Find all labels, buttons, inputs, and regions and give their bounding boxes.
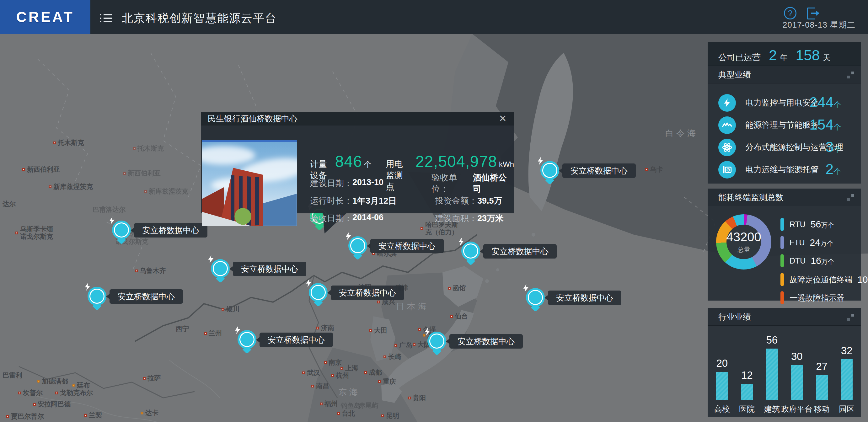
marker-label[interactable]: 安立桥数据中心 — [259, 332, 333, 347]
typical-item[interactable]: 电力监控与用电安全 244个 — [708, 92, 861, 114]
city-name: 新西伯利亚 — [27, 165, 60, 174]
marker-pin-icon[interactable] — [309, 283, 328, 302]
city-name: 武汉 — [307, 368, 320, 377]
marker-label[interactable]: 安立桥数据中心 — [370, 239, 444, 253]
stat-unit: kWh — [499, 160, 514, 169]
legend-label: FTU — [789, 238, 805, 247]
marker-label[interactable]: 安立桥数据中心 — [233, 262, 306, 276]
marker-pin-icon[interactable] — [540, 161, 559, 180]
ops-icon: ⚙ — [718, 161, 736, 178]
city-dot — [135, 269, 138, 272]
logout-icon[interactable] — [807, 7, 820, 20]
marker-pin-icon[interactable] — [427, 332, 446, 351]
marker-label[interactable]: 安立桥数据中心 — [483, 244, 557, 259]
city-label: 乌卡 — [645, 165, 663, 174]
city-dot — [645, 168, 648, 171]
marker-label[interactable]: 安立桥数据中心 — [450, 334, 523, 349]
city-dot — [369, 329, 372, 332]
expand-icon[interactable] — [847, 194, 854, 201]
city-name: 杭州 — [336, 371, 349, 380]
marker-label[interactable]: 安立桥数据中心 — [110, 289, 183, 304]
city-dot — [6, 415, 9, 418]
typical-item[interactable]: 能源管理与节能服务 154个 — [708, 114, 861, 136]
marker-pin-icon[interactable] — [112, 221, 131, 239]
logo: CREAT — [0, 0, 90, 34]
city-dot — [421, 227, 423, 230]
city-dot — [123, 172, 126, 175]
marker-pin-icon[interactable] — [211, 259, 230, 278]
building-photo — [202, 140, 297, 226]
city-name: 巴甫洛达尔 — [93, 205, 126, 214]
close-icon[interactable]: ✕ — [496, 112, 509, 125]
atom-icon — [718, 139, 736, 156]
menu-icon[interactable] — [100, 12, 112, 23]
city-label: 长崎 — [383, 352, 401, 361]
bar[interactable] — [841, 359, 852, 400]
legend-row: DTU 16万个 — [780, 254, 834, 268]
industry-header: 行业业绩 — [708, 308, 861, 326]
marker-label[interactable]: 安立桥数据中心 — [548, 291, 621, 305]
city-name: 贵阳 — [413, 393, 426, 402]
city-dot — [18, 392, 21, 394]
expand-icon[interactable] — [847, 71, 854, 78]
typical-title: 典型业绩 — [718, 70, 751, 79]
info-pair: 投资金额： 39.5万 — [435, 195, 502, 206]
city-label: 托木斯克 — [53, 138, 84, 147]
bar-value: 27 — [816, 360, 828, 372]
city-dot — [49, 186, 52, 188]
city-dot — [395, 344, 397, 347]
help-icon[interactable]: ? — [784, 7, 797, 20]
typical-item[interactable]: 分布式能源控制与运营管理 3个 — [708, 136, 861, 158]
info-pair: 验收日期： 2014-06 — [310, 213, 435, 224]
marker-pin-icon[interactable] — [461, 241, 480, 260]
bar-value: 20 — [716, 357, 728, 369]
city-dot — [22, 168, 25, 171]
typical-item-label: 电力监控与用电安全 — [745, 97, 819, 108]
city-name: 福州 — [324, 399, 338, 408]
header-date: 2017-08-13 星期二 — [783, 20, 856, 30]
expand-icon[interactable] — [847, 314, 854, 321]
bar[interactable] — [791, 365, 803, 400]
marker-pin-icon[interactable] — [348, 236, 367, 255]
city-dot — [383, 356, 386, 358]
marker-pin-icon[interactable] — [88, 287, 106, 305]
operating-years: 2 — [769, 47, 777, 64]
panel-industry: 行业业绩 20 高校 12 医院 56 建筑 30 政府平台 27 移动 32 … — [708, 308, 861, 417]
bar[interactable] — [766, 349, 778, 400]
info-pair: 运行时长： 1年3月12日 — [310, 195, 435, 206]
marker-label[interactable]: 安立桥数据中心 — [134, 223, 208, 237]
city-name: 乌鲁木齐 — [140, 266, 166, 275]
typical-item[interactable]: ⚙ 电力运维与能源托管 2个 — [708, 158, 861, 181]
rivers — [25, 360, 220, 422]
city-name: 托木斯克 — [58, 138, 84, 147]
bar[interactable] — [741, 384, 753, 400]
popup-body: 计量设备 846 个用电监测点 22,504,978 kWh 建设日期： 201… — [201, 126, 514, 213]
city-dot — [37, 380, 40, 383]
bar-column: 27 移动 — [809, 329, 834, 400]
city-dot — [448, 287, 451, 290]
city-label: 台北 — [337, 409, 355, 418]
bar-value: 12 — [741, 369, 753, 381]
marker-label[interactable]: 安立桥数据中心 — [331, 286, 404, 300]
marker-label[interactable]: 安立桥数据中心 — [562, 163, 636, 178]
bar[interactable] — [816, 375, 828, 400]
legend-label: 故障定位通信终端 — [789, 274, 852, 285]
info-value: 2014-06 — [352, 213, 383, 224]
city-name: 长崎 — [388, 352, 401, 361]
typical-item-value: 3个 — [825, 138, 841, 155]
city-dot — [302, 371, 305, 374]
city-label: 南京 — [324, 358, 342, 367]
bar[interactable] — [716, 372, 728, 400]
city-dot — [337, 412, 340, 415]
city-name: 南京 — [329, 358, 342, 367]
city-dot — [141, 412, 144, 415]
bar-value: 32 — [841, 345, 852, 357]
marker-pin-icon[interactable] — [238, 330, 256, 349]
city-dot — [364, 371, 367, 374]
city-name: 加德满都 — [42, 377, 68, 386]
city-name: 钓鱼岛 — [341, 401, 361, 410]
city-label: 乌鲁木齐 — [135, 266, 166, 275]
typical-item-value: 244个 — [809, 94, 841, 111]
city-label: 达卡 — [141, 409, 158, 417]
marker-pin-icon[interactable] — [526, 288, 545, 307]
